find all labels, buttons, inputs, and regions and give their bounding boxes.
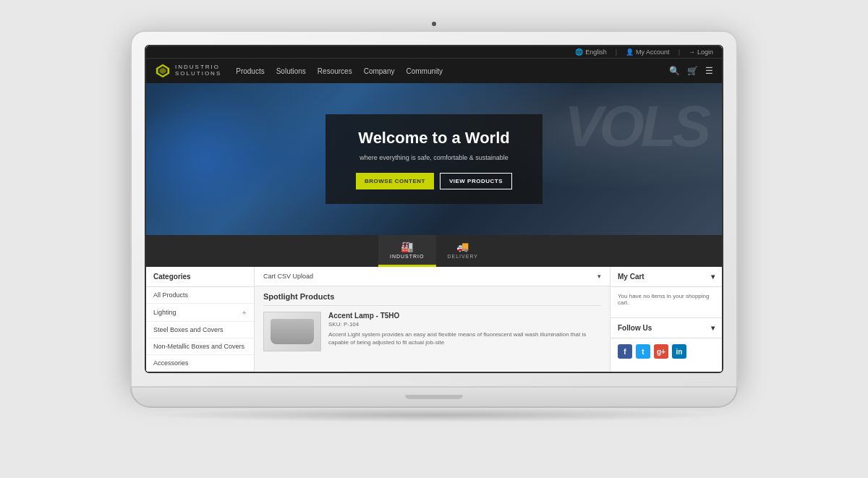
spotlight-title: Spotlight Products <box>263 292 601 306</box>
globe-icon: 🌐 <box>575 48 583 56</box>
product-description: Accent Light system provides an easy and… <box>328 330 601 346</box>
product-image <box>263 312 321 351</box>
right-sidebar: My Cart ▾ You have no items in your shop… <box>610 267 722 372</box>
follow-us-header: Follow Us ▾ <box>610 317 722 338</box>
csv-upload-bar: Cart CSV Upload ▾ <box>255 267 610 286</box>
sidebar-item-all-products[interactable]: All Products <box>146 287 254 304</box>
follow-title: Follow Us <box>618 324 652 332</box>
separator2: | <box>678 48 680 56</box>
hero-text-box: Welcome to a World where everything is s… <box>326 114 542 203</box>
navbar: INDUSTRIO SOLUTIONS Products Solutions R… <box>146 58 722 83</box>
sidebar-item-accessories[interactable]: Accessories <box>146 355 254 372</box>
hero-tabs: 🏭 INDUSTRIO 🚚 DELIVERY <box>146 235 722 267</box>
hero-section: VOLS Welcome to a World where everything… <box>146 83 722 235</box>
cart-header: My Cart ▾ <box>610 267 722 287</box>
laptop-notch <box>405 395 463 399</box>
linkedin-icon[interactable]: in <box>672 344 686 359</box>
hero-buttons: BROWSE CONTENT VIEW PRODUCTS <box>347 173 521 189</box>
sidebar-label-accessories: Accessories <box>153 359 189 367</box>
tab-delivery[interactable]: 🚚 DELIVERY <box>436 235 490 267</box>
product-row: Accent Lamp - T5HO SKU: P-104 Accent Lig… <box>263 312 601 351</box>
sidebar-item-non-metallic[interactable]: Non-Metallic Boxes and Covers <box>146 338 254 355</box>
sidebar-label-steel-boxes: Steel Boxes and Covers <box>153 326 224 333</box>
laptop-camera <box>432 22 436 26</box>
sidebar-item-lighting[interactable]: Lighting + <box>146 304 254 322</box>
laptop-shadow <box>145 408 723 422</box>
menu-icon[interactable]: ☰ <box>705 66 713 76</box>
hero-subtitle: where everything is safe, comfortable & … <box>347 154 521 161</box>
product-info: Accent Lamp - T5HO SKU: P-104 Accent Lig… <box>328 312 601 346</box>
csv-upload-label: Cart CSV Upload <box>263 273 313 280</box>
navbar-logo[interactable]: INDUSTRIO SOLUTIONS <box>155 63 221 79</box>
laptop-screen: 🌐 English | 👤 My Account | → Login <box>145 45 723 373</box>
website: 🌐 English | 👤 My Account | → Login <box>146 46 722 372</box>
user-icon: 👤 <box>626 48 634 56</box>
cart-empty-message: You have no items in your shopping cart. <box>610 287 722 312</box>
login-label: Login <box>697 48 713 56</box>
industrio-icon: 🏭 <box>390 241 425 252</box>
delivery-icon: 🚚 <box>448 241 479 252</box>
tab-industrio[interactable]: 🏭 INDUSTRIO <box>378 235 436 267</box>
separator: | <box>616 48 617 56</box>
follow-dropdown-icon[interactable]: ▾ <box>711 324 715 332</box>
language-selector[interactable]: 🌐 English <box>575 48 607 56</box>
browse-content-button[interactable]: BROWSE CONTENT <box>356 173 434 189</box>
facebook-icon[interactable]: f <box>618 344 632 359</box>
categories-sidebar: Categories All Products Lighting + Steel… <box>146 267 255 372</box>
laptop-body: 🌐 English | 👤 My Account | → Login <box>130 30 738 388</box>
product-name: Accent Lamp - T5HO <box>328 312 601 320</box>
sidebar-label-all-products: All Products <box>153 291 188 299</box>
account-label: My Account <box>636 48 670 56</box>
sidebar-label-non-metallic: Non-Metallic Boxes and Covers <box>153 343 244 350</box>
twitter-icon[interactable]: t <box>636 344 650 359</box>
language-label: English <box>585 48 607 56</box>
center-content: Cart CSV Upload ▾ Spotlight Products Acc… <box>255 267 610 372</box>
top-bar: 🌐 English | 👤 My Account | → Login <box>146 46 722 58</box>
cart-icon[interactable]: 🛒 <box>687 66 698 76</box>
product-sku: SKU: P-104 <box>328 321 601 328</box>
view-products-button[interactable]: VIEW PRODUCTS <box>440 173 512 189</box>
lamp-shape <box>271 319 314 344</box>
laptop-base <box>130 388 738 408</box>
categories-header: Categories <box>146 267 254 287</box>
search-icon[interactable]: 🔍 <box>669 66 680 76</box>
cart-title: My Cart <box>618 273 644 281</box>
nav-solutions[interactable]: Solutions <box>276 67 306 75</box>
nav-products[interactable]: Products <box>236 67 264 75</box>
expand-icon-lighting: + <box>242 308 247 317</box>
nav-community[interactable]: Community <box>406 67 443 75</box>
csv-dropdown-icon[interactable]: ▾ <box>597 273 601 280</box>
social-icons: f t g+ in <box>610 338 722 364</box>
nav-resources[interactable]: Resources <box>318 67 352 75</box>
hero-title: Welcome to a World <box>347 129 521 148</box>
main-content: Categories All Products Lighting + Steel… <box>146 267 722 372</box>
sidebar-label-lighting: Lighting <box>153 309 176 316</box>
login-icon: → <box>689 48 695 56</box>
sidebar-item-steel-boxes[interactable]: Steel Boxes and Covers <box>146 322 254 338</box>
tab-delivery-label: DELIVERY <box>448 254 479 259</box>
googleplus-icon[interactable]: g+ <box>654 344 668 359</box>
nav-company[interactable]: Company <box>364 67 395 75</box>
laptop-wrapper: 🌐 English | 👤 My Account | → Login <box>87 0 781 478</box>
cart-dropdown-icon[interactable]: ▾ <box>711 273 715 281</box>
tab-industrio-label: INDUSTRIO <box>390 254 425 259</box>
nav-icons: 🔍 🛒 ☰ <box>669 66 713 76</box>
logo-text: INDUSTRIO SOLUTIONS <box>175 64 221 77</box>
logo-icon <box>155 63 171 79</box>
login-link[interactable]: → Login <box>689 48 713 56</box>
nav-links: Products Solutions Resources Company Com… <box>236 67 669 75</box>
account-link[interactable]: 👤 My Account <box>626 48 670 56</box>
spotlight-section: Spotlight Products Accent Lamp - T5HO SK… <box>255 286 610 357</box>
